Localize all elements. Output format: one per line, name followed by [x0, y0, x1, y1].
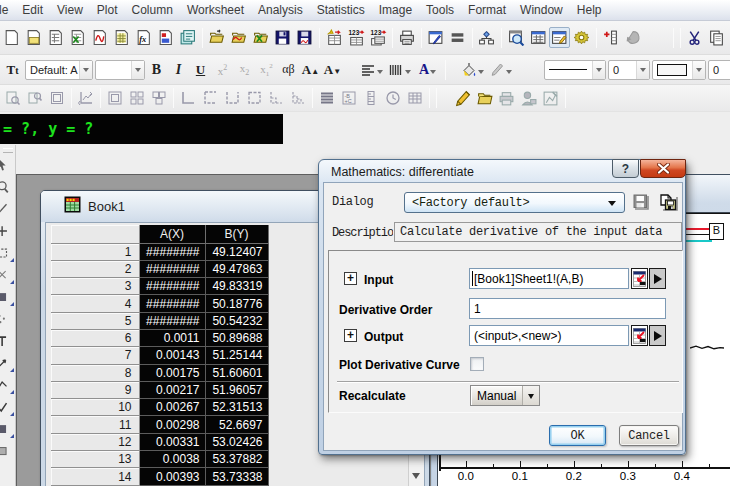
cell-a3[interactable]: ######## [139, 278, 205, 295]
row-header-11[interactable]: 11 [51, 416, 139, 433]
recalculate-combo[interactable]: Manual [470, 385, 540, 406]
arrow-tool-button[interactable] [0, 355, 15, 372]
font-combo[interactable]: Default: A [25, 60, 93, 80]
print-preview2-button[interactable] [496, 88, 517, 109]
print-button[interactable] [396, 27, 417, 48]
cancel-button[interactable]: Cancel [619, 425, 679, 446]
underline-button[interactable]: U [190, 59, 211, 80]
menu-item-view[interactable]: View [50, 1, 90, 20]
script-window-button[interactable] [425, 27, 446, 48]
dots-tool-button[interactable] [0, 311, 15, 328]
menu-item-help[interactable]: Help [570, 1, 609, 20]
combo-dropdown-arrow-icon[interactable] [692, 61, 705, 79]
scrollbar-down-arrow-icon[interactable] [412, 473, 420, 483]
width-combo-2[interactable]: 0 [708, 60, 730, 80]
region-tool-button[interactable] [0, 245, 15, 262]
axes-u-button[interactable] [221, 88, 242, 109]
text-tool-button[interactable] [0, 333, 15, 350]
input-range-select-button[interactable] [631, 268, 648, 289]
zoom-in-page-button[interactable] [2, 88, 23, 109]
cell-a4[interactable]: ######## [139, 295, 205, 312]
import-wizard-button[interactable] [323, 27, 344, 48]
cell-a6[interactable]: 0.0011 [139, 329, 205, 346]
dialog-theme-combo[interactable]: <Factory default> [404, 192, 625, 213]
cell-a14[interactable]: 0.00393 [139, 468, 205, 485]
open-button[interactable] [206, 27, 227, 48]
output-flyout-button[interactable] [649, 325, 666, 346]
menu-item-format[interactable]: Format [461, 1, 513, 20]
row-header-1[interactable]: 1 [51, 243, 139, 260]
open-excel-button[interactable] [250, 27, 271, 48]
combo-arrow-button[interactable] [522, 386, 539, 405]
row-header-2[interactable]: 2 [51, 260, 139, 277]
cell-a1[interactable]: ######## [139, 243, 205, 260]
cell-b5[interactable]: 50.54232 [205, 312, 268, 329]
align-bars-button[interactable] [316, 88, 337, 109]
cell-a7[interactable]: 0.00143 [139, 347, 205, 364]
line-style-combo[interactable] [544, 60, 606, 80]
cell-a9[interactable]: 0.00217 [139, 381, 205, 398]
cell-b10[interactable]: 52.31513 [205, 399, 268, 416]
save-theme-button[interactable] [631, 192, 652, 213]
font-tool-button[interactable]: Tt [2, 59, 23, 80]
save-as-theme-button[interactable] [657, 192, 681, 213]
menu-item-statistics[interactable]: Statistics [310, 1, 372, 20]
toolbar-grip[interactable] [3, 148, 13, 153]
update-legend-button[interactable] [382, 88, 403, 109]
new-matrix-button[interactable] [111, 27, 132, 48]
chart-tool-button[interactable] [540, 88, 561, 109]
merge-layers-button[interactable] [148, 88, 169, 109]
command-window-button[interactable] [527, 27, 548, 48]
input-field[interactable]: [Book1]Sheet1!(A,B) [469, 268, 629, 289]
open-mode-button[interactable] [474, 88, 495, 109]
row-header-5[interactable]: 5 [51, 312, 139, 329]
new-project-button[interactable] [1, 27, 22, 48]
graph-legend[interactable]: B [709, 223, 724, 240]
open-template-button[interactable] [228, 27, 249, 48]
new-graph-button[interactable] [89, 27, 110, 48]
line-tool-button[interactable] [0, 201, 15, 218]
axes-ls2-button[interactable] [287, 88, 308, 109]
extract-layers-button[interactable] [126, 88, 147, 109]
menu-item-worksheet[interactable]: Worksheet [180, 1, 251, 20]
new-folder-button[interactable] [23, 27, 44, 48]
combo-dropdown-arrow-icon[interactable] [592, 61, 605, 79]
data-display-button[interactable] [447, 27, 468, 48]
column-header-b[interactable]: B(Y) [205, 225, 268, 243]
bold-button[interactable]: B [146, 59, 167, 80]
mask-tool-button[interactable] [0, 267, 15, 284]
input-expand-icon[interactable]: + [344, 272, 357, 285]
decrease-font-button[interactable]: A▼ [322, 59, 343, 80]
dialog-help-button[interactable]: ? [612, 159, 639, 178]
menu-item-edit[interactable]: Edit [15, 1, 50, 20]
check-tool-button[interactable] [0, 399, 15, 416]
plot-derivative-curve-checkbox[interactable] [470, 357, 484, 371]
new-table-button[interactable] [404, 88, 425, 109]
cell-b6[interactable]: 50.89688 [205, 329, 268, 346]
cell-a2[interactable]: ######## [139, 260, 205, 277]
row-header-6[interactable]: 6 [51, 329, 139, 346]
output-field[interactable]: (<input>,<new>) [469, 325, 629, 346]
whole-page-button[interactable] [46, 88, 67, 109]
data-display-window[interactable]: x = ?, y = ? [0, 114, 283, 144]
menu-item-column[interactable]: Column [125, 1, 180, 20]
pointer-tool-button[interactable] [0, 157, 15, 174]
row-header-4[interactable]: 4 [51, 295, 139, 312]
hatch-menu-button[interactable] [386, 59, 413, 80]
row-header-14[interactable]: 14 [51, 468, 139, 485]
cell-a11[interactable]: 0.00298 [139, 416, 205, 433]
row-header-12[interactable]: 12 [51, 433, 139, 450]
derivative-order-field[interactable]: 1 [469, 298, 666, 319]
rescale-button[interactable] [75, 88, 96, 109]
fill-color-menu-button[interactable] [459, 59, 486, 80]
align-menu-button[interactable] [358, 59, 385, 80]
import-multiple-ascii-button[interactable]: 123 [367, 27, 388, 48]
differentiate-dialog[interactable]: Mathematics: differentiate ? Dialog <Fac… [318, 159, 686, 455]
row-header-13[interactable]: 13 [51, 451, 139, 468]
user-tool-button[interactable] [518, 88, 539, 109]
cell-a8[interactable]: 0.00175 [139, 364, 205, 381]
border-combo[interactable] [652, 60, 706, 80]
project-explorer-button[interactable] [476, 27, 497, 48]
subscript-button[interactable]: x2 [234, 59, 255, 80]
line-color-menu-button[interactable] [487, 59, 514, 80]
